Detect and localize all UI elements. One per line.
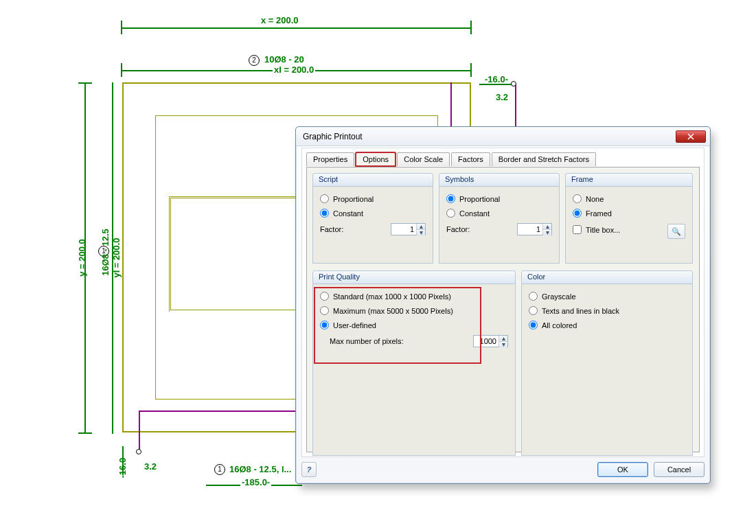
group-frame-title: Frame xyxy=(565,173,693,187)
group-symbols-title: Symbols xyxy=(439,173,560,187)
group-color: Color Grayscale Texts and lines in black… xyxy=(521,270,693,456)
spin-maxpx[interactable]: ▴▾ xyxy=(473,335,508,347)
close-button[interactable] xyxy=(676,130,706,143)
spin-down-icon[interactable]: ▾ xyxy=(499,342,507,347)
spin-down-icon[interactable]: ▾ xyxy=(417,230,425,235)
ok-button[interactable]: OK xyxy=(597,462,648,477)
help-icon: ? xyxy=(307,465,312,474)
input-maxpx[interactable] xyxy=(474,336,499,347)
label-maxpx: Max number of pixels: xyxy=(330,337,404,345)
tab-factors[interactable]: Factors xyxy=(451,152,490,166)
dialog-button-row: ? OK Cancel xyxy=(301,460,705,479)
tabsheet-options: Script Proportional Constant Factor: ▴▾ xyxy=(306,167,700,452)
dialog-title: Graphic Printout xyxy=(303,132,676,141)
dim-right-a: -16.0- xyxy=(485,74,508,84)
radio-pq-standard[interactable]: Standard (max 1000 x 1000 Pixels) xyxy=(320,292,508,301)
spin-script-factor[interactable]: ▴▾ xyxy=(391,223,426,235)
dim-yi-left: yI = 200.0 xyxy=(111,238,122,277)
mark-bot: 1 xyxy=(214,464,225,475)
radio-frame-framed[interactable]: Framed xyxy=(573,209,685,218)
titlebox-browse-button[interactable]: 🔍 xyxy=(667,224,685,239)
tab-properties[interactable]: Properties xyxy=(306,152,354,166)
mark-left: 1 xyxy=(98,246,109,257)
group-printq-title: Print Quality xyxy=(312,270,516,284)
label-symbols-factor: Factor: xyxy=(446,225,470,233)
group-script: Script Proportional Constant Factor: ▴▾ xyxy=(312,173,433,264)
dim-y-left: y = 200.0 xyxy=(77,239,87,277)
dim-bot-a: -16.0- xyxy=(117,455,128,478)
dim-xi-top: xI = 200.0 xyxy=(273,65,315,75)
check-titlebox[interactable]: Title box... xyxy=(573,225,620,234)
group-print-quality: Print Quality Standard (max 1000 x 1000 … xyxy=(312,270,516,456)
tab-options[interactable]: Options xyxy=(356,152,396,166)
radio-pq-user[interactable]: User-defined xyxy=(320,321,508,329)
help-button[interactable]: ? xyxy=(301,462,317,477)
hole-rect xyxy=(170,198,299,310)
cancel-button[interactable]: Cancel xyxy=(654,462,705,477)
dim-rebar-left: 16Ø8 - 12.5 xyxy=(100,229,111,276)
group-symbols: Symbols Proportional Constant Factor: ▴▾ xyxy=(439,173,560,264)
radio-color-textblack[interactable]: Texts and lines in black xyxy=(529,306,685,315)
dim-bottommost: -185.0- xyxy=(240,477,271,487)
radio-pq-maximum[interactable]: Maximum (max 5000 x 5000 Pixels) xyxy=(320,306,508,315)
radio-frame-none[interactable]: None xyxy=(573,194,685,203)
graphic-printout-dialog: Graphic Printout Properties Options Colo… xyxy=(295,126,711,484)
label-script-factor: Factor: xyxy=(320,225,343,233)
dim-rebar-bot: 16Ø8 - 12.5, l... xyxy=(229,464,291,474)
tabbar: Properties Options Color Scale Factors B… xyxy=(306,152,704,167)
radio-script-constant[interactable]: Constant xyxy=(320,209,426,218)
dim-right-b: 3.2 xyxy=(496,92,508,102)
radio-color-all[interactable]: All colored xyxy=(529,321,685,329)
radio-color-grayscale[interactable]: Grayscale xyxy=(529,292,685,301)
mark-top: 2 xyxy=(249,55,260,66)
tab-border-stretch[interactable]: Border and Stretch Factors xyxy=(492,152,596,166)
tab-color-scale[interactable]: Color Scale xyxy=(397,152,450,166)
input-symbols-factor[interactable] xyxy=(518,224,542,235)
group-script-title: Script xyxy=(312,173,433,187)
magnifier-icon: 🔍 xyxy=(672,227,681,236)
input-script-factor[interactable] xyxy=(391,224,416,235)
spin-down-icon[interactable]: ▾ xyxy=(543,230,551,235)
titlebar[interactable]: Graphic Printout xyxy=(296,127,710,146)
radio-symbols-proportional[interactable]: Proportional xyxy=(446,194,552,203)
dim-rebar-top: 10Ø8 - 20 xyxy=(264,54,304,65)
radio-symbols-constant[interactable]: Constant xyxy=(446,209,552,218)
spin-symbols-factor[interactable]: ▴▾ xyxy=(517,223,552,235)
dim-x-top: x = 200.0 xyxy=(261,15,299,25)
group-frame: Frame None Framed Title box... � xyxy=(565,173,693,264)
dim-bot-b: 3.2 xyxy=(144,461,157,472)
radio-script-proportional[interactable]: Proportional xyxy=(320,194,426,203)
dialog-content: Properties Options Color Scale Factors B… xyxy=(301,148,705,457)
group-color-title: Color xyxy=(521,270,693,284)
